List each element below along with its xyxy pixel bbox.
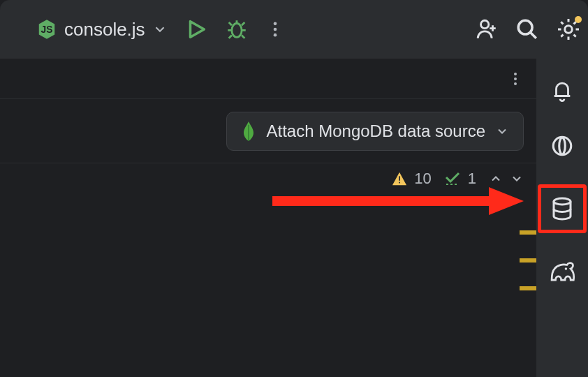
- warning-icon: [392, 171, 407, 186]
- inspection-status-bar[interactable]: 10 1: [0, 163, 536, 194]
- settings-notification-dot: [575, 16, 582, 23]
- chevron-down-icon: [152, 22, 168, 37]
- svg-point-4: [273, 34, 277, 37]
- nodejs-icon: JS: [36, 19, 57, 40]
- attach-datasource-dropdown[interactable]: Attach MongoDB data source: [226, 112, 524, 151]
- datasource-bar: Attach MongoDB data source: [0, 99, 536, 163]
- debug-button[interactable]: [225, 17, 249, 41]
- chevron-down-icon: [495, 124, 509, 138]
- svg-point-6: [518, 20, 532, 34]
- svg-point-10: [514, 82, 517, 85]
- run-config-selector[interactable]: JS console.js: [36, 19, 168, 40]
- weak-warning-icon: [444, 172, 461, 186]
- more-actions-button[interactable]: [265, 20, 285, 39]
- ai-assistant-button[interactable]: [545, 128, 580, 163]
- svg-point-14: [565, 267, 568, 270]
- settings-button[interactable]: [556, 17, 581, 42]
- error-stripe[interactable]: [520, 230, 536, 290]
- search-button[interactable]: [515, 17, 539, 41]
- warning-count: 10: [414, 170, 431, 188]
- svg-point-9: [514, 77, 517, 80]
- svg-point-1: [232, 24, 242, 38]
- file-name-label: console.js: [64, 19, 145, 40]
- attach-datasource-label: Attach MongoDB data source: [266, 121, 485, 141]
- editor-area: Attach MongoDB data source 10 1: [0, 59, 536, 377]
- run-button[interactable]: [184, 17, 208, 41]
- next-highlight-button[interactable]: [510, 172, 524, 186]
- gradle-tool-button[interactable]: [545, 254, 580, 289]
- warning-marker[interactable]: [520, 286, 536, 290]
- code-with-me-button[interactable]: [475, 17, 499, 41]
- tab-overflow-button[interactable]: [507, 71, 524, 87]
- svg-point-5: [481, 20, 489, 28]
- svg-rect-12: [399, 182, 400, 184]
- svg-point-3: [273, 28, 277, 31]
- svg-point-8: [514, 73, 517, 75]
- notifications-button[interactable]: [545, 73, 580, 108]
- mongodb-leaf-icon: [241, 121, 256, 141]
- weak-warning-count: 1: [468, 170, 476, 188]
- warning-marker[interactable]: [520, 230, 536, 235]
- right-tool-rail: [536, 59, 588, 377]
- database-tool-button[interactable]: [538, 184, 587, 233]
- svg-rect-11: [399, 176, 400, 180]
- svg-text:JS: JS: [41, 24, 53, 35]
- prev-highlight-button[interactable]: [489, 172, 503, 186]
- svg-point-7: [565, 26, 573, 34]
- title-toolbar: JS console.js: [0, 0, 588, 59]
- warning-marker[interactable]: [520, 258, 536, 263]
- svg-point-2: [273, 22, 277, 26]
- editor-tabbar: [0, 59, 536, 99]
- svg-point-13: [554, 198, 571, 205]
